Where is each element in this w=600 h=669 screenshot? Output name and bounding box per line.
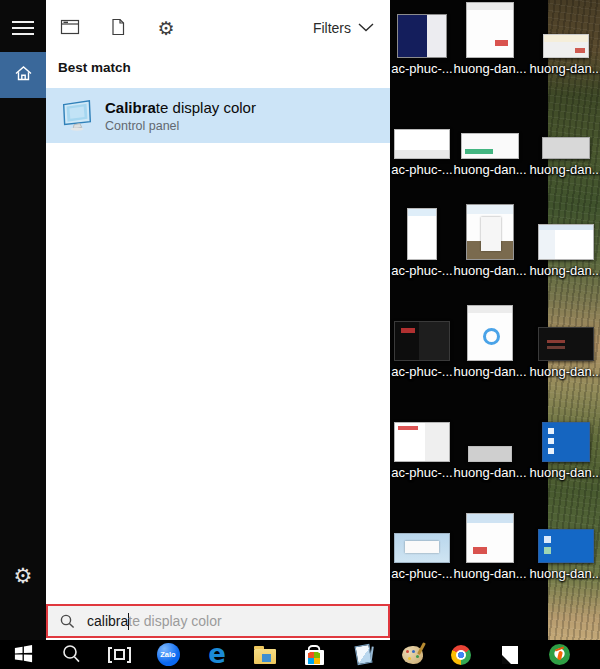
notepad-button[interactable] [350,640,376,669]
file-thumbnail [466,2,514,58]
file-thumbnail-wrap [466,2,514,58]
search-flyout: ⚙ Filters Best match Cal [46,0,390,640]
desktop-icon[interactable]: huong-dan... [518,406,600,482]
file-thumbnail-wrap [538,204,594,260]
taskbar: Zalo [0,640,600,669]
settings-button[interactable]: ⚙ [0,560,46,592]
file-thumbnail [542,137,590,159]
document-icon [108,17,128,40]
task-view-button[interactable] [106,640,132,669]
desktop-icon[interactable]: huong-dan... [518,2,600,78]
gear-icon: ⚙ [157,19,174,38]
document-app-button[interactable] [497,640,523,669]
result-text: Calibrate display color Control panel [105,99,256,133]
file-thumbnail-wrap [397,2,447,58]
file-thumbnail-wrap [466,204,514,260]
chrome-button[interactable] [448,640,474,669]
search-typed-text: calibra [87,613,128,629]
search-result-calibrate-display-color[interactable]: Calibrate display color Control panel [46,88,390,143]
file-thumbnail [538,224,594,260]
file-thumbnail-wrap [538,507,594,563]
file-thumbnail [538,529,594,563]
desktop-icon-label: huong-dan... [529,262,600,280]
hamburger-icon [12,21,34,35]
desktop-icon[interactable]: huong-dan... [518,103,600,179]
documents-filter-button[interactable] [105,15,131,41]
search-suggestion-text: te display color [128,613,221,629]
desktop-icon-label: huong-dan... [529,60,600,78]
menu-button[interactable] [0,14,46,42]
taskbar-search-button[interactable] [58,640,84,669]
result-title-match: Calibra [105,99,156,116]
desktop-icon-label: huong-dan... [453,363,526,381]
desktop-icon-label: huong-dan... [529,161,600,179]
search-sidebar: ⚙ [0,0,46,640]
start-button[interactable] [10,640,36,669]
file-thumbnail [538,327,594,361]
file-thumbnail [407,208,437,260]
store-icon [305,650,324,665]
folder-icon [254,649,276,664]
paint-icon [402,646,423,664]
chrome-icon [451,645,471,665]
coccoc-button[interactable] [546,640,572,669]
filters-dropdown[interactable]: Filters [313,0,374,55]
search-input[interactable]: calibrate display color [46,604,390,638]
search-topbar: ⚙ Filters [46,0,390,55]
desktop-icon-label: huong-dan... [529,363,600,381]
file-thumbnail-wrap [542,103,590,159]
desktop-icon-label: huong-dan... [529,565,600,583]
desktop-icon[interactable]: huong-dan... [518,305,600,381]
result-title-rest: te display color [156,99,256,116]
desktop-icon-label: huong-dan... [453,565,526,583]
desktop-icon-label: huong-dan... [529,464,600,482]
chevron-down-icon [358,20,374,35]
result-subtitle: Control panel [105,119,256,133]
file-thumbnail [466,513,514,563]
windows-logo-icon [13,643,34,667]
paint-button[interactable] [399,640,425,669]
file-thumbnail-wrap [542,406,590,462]
desktop-icon[interactable]: huong-dan... [518,204,600,280]
settings-filter-button[interactable]: ⚙ [153,15,179,41]
file-thumbnail [543,34,589,58]
document-icon [502,646,518,664]
gear-icon: ⚙ [14,566,33,587]
file-thumbnail-wrap [543,2,589,58]
edge-button[interactable] [204,640,230,669]
apps-filter-button[interactable] [57,15,83,41]
filters-label: Filters [313,20,351,36]
file-thumbnail [466,204,514,260]
file-explorer-button[interactable] [252,640,278,669]
file-thumbnail-wrap [468,406,512,462]
search-icon [59,613,76,630]
display-monitor-icon [57,97,97,135]
edge-icon [208,643,226,666]
coccoc-icon [549,644,570,665]
desktop-icon-label: huong-dan... [453,262,526,280]
file-thumbnail [542,422,590,462]
file-thumbnail [468,446,512,462]
notepad-icon [354,644,372,665]
desktop-icon-label: huong-dan... [453,161,526,179]
desktop-icon-label: huong-dan... [453,60,526,78]
store-button[interactable] [301,640,327,669]
file-thumbnail-wrap [407,204,437,260]
home-icon [13,63,34,87]
home-button[interactable] [0,52,46,98]
search-icon [61,643,82,667]
task-view-icon [108,647,131,663]
file-thumbnail-wrap [461,103,519,159]
apps-icon [60,17,80,40]
windows-screen: ac-phuc-...huong-dan...huong-dan...ac-ph… [0,0,600,669]
file-thumbnail-wrap [466,507,514,563]
zalo-icon: Zalo [157,643,180,666]
desktop-icon-label: huong-dan... [453,464,526,482]
file-thumbnail [397,14,447,58]
file-thumbnail-wrap [538,305,594,361]
file-thumbnail [467,305,513,361]
file-thumbnail-wrap [467,305,513,361]
file-thumbnail [461,133,519,159]
desktop-icon[interactable]: huong-dan... [518,507,600,583]
zalo-button[interactable]: Zalo [155,640,181,669]
